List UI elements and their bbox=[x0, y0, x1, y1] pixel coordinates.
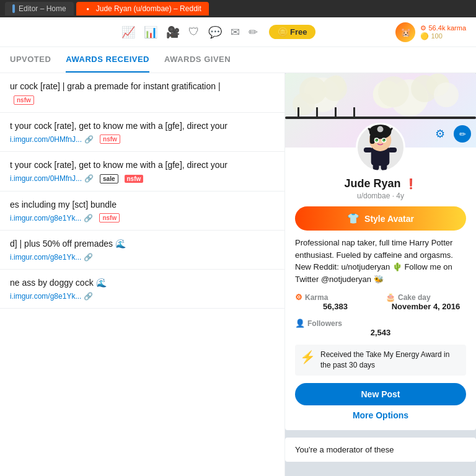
profile-stats: ⚙ Karma 56,383 🎂 Cake day November 4, 20… bbox=[295, 293, 466, 311]
tab-bar: UPVOTED AWARDS RECEIVED AWARDS GIVEN bbox=[0, 47, 476, 73]
coin-icon: 🪙 bbox=[278, 27, 288, 37]
svg-point-4 bbox=[411, 75, 438, 102]
post-link[interactable]: i.imgur.com/0HMfnJ... bbox=[10, 135, 82, 144]
trending-icon[interactable]: 📈 bbox=[121, 25, 135, 39]
tab-upvoted[interactable]: UPVOTED bbox=[10, 47, 51, 73]
post-meta: i.imgur.com/g8e1Yk... 🔗 nsfw bbox=[10, 213, 275, 223]
external-link-icon[interactable]: 🔗 bbox=[84, 253, 93, 262]
svg-point-21 bbox=[375, 139, 378, 142]
profile-body: Jude Ryan ❗ u/dombae · 4y 👕 Style Avatar… bbox=[285, 172, 476, 430]
award-icon: ⚡ bbox=[300, 350, 315, 364]
post-title: es including my [sct] bundle bbox=[10, 199, 275, 211]
post-title: ne ass by doggy cock 🌊 bbox=[10, 277, 275, 289]
post-meta: i.imgur.com/g8e1Yk... 🔗 bbox=[10, 292, 275, 301]
reddit-navbar: 📈 📊 🎥 🛡 💬 ✉ ✏ 🪙 Free 🐹 ⚙ 56.4k karma 🟡 1… bbox=[0, 17, 476, 47]
post-item: d] | plus 50% off premades 🌊 i.imgur.com… bbox=[0, 231, 284, 270]
free-button[interactable]: 🪙 Free bbox=[269, 25, 315, 39]
post-item: t your cock [rate], get to know me with … bbox=[0, 113, 284, 152]
karma-value: 56.4k karma bbox=[428, 24, 466, 32]
browser-tab-right[interactable]: ● Jude Ryan (u/dombae) – Reddit bbox=[76, 2, 209, 15]
nav-icons: 📈 📊 🎥 🛡 💬 ✉ ✏ 🪙 Free bbox=[121, 25, 315, 39]
followers-label: 👤 Followers bbox=[295, 319, 466, 328]
external-link-icon[interactable]: 🔗 bbox=[84, 214, 93, 223]
svg-point-23 bbox=[377, 139, 378, 140]
profile-panel: ⚙ ✏ bbox=[285, 73, 476, 476]
award-text: Received the Take My Energy Award in the… bbox=[320, 350, 461, 371]
karma-stat-icon: ⚙ bbox=[295, 293, 302, 302]
people-icon: 👤 bbox=[295, 319, 305, 328]
video-icon[interactable]: 🎥 bbox=[166, 25, 180, 39]
nsfw-badge: nsfw bbox=[100, 134, 120, 144]
user-avatar-small[interactable]: 🐹 bbox=[395, 22, 415, 42]
style-avatar-button[interactable]: 👕 Style Avatar bbox=[295, 206, 466, 231]
nsfw-badge: nsfw bbox=[99, 213, 120, 223]
svg-rect-8 bbox=[285, 117, 476, 119]
svg-rect-11 bbox=[335, 107, 337, 118]
post-meta: nsfw bbox=[10, 95, 275, 105]
tab-awards-received[interactable]: AWARDS RECEIVED bbox=[66, 47, 149, 73]
svg-rect-10 bbox=[316, 107, 318, 118]
cakeday-label: 🎂 Cake day bbox=[386, 293, 466, 302]
karma-icon: ⚙ bbox=[420, 24, 426, 32]
external-link-icon[interactable]: 🔗 bbox=[84, 174, 94, 183]
award-notice: ⚡ Received the Take My Energy Award in t… bbox=[295, 345, 466, 376]
svg-point-22 bbox=[382, 139, 386, 142]
user-details: ⚙ 56.4k karma 🟡 100 bbox=[420, 24, 466, 40]
svg-rect-27 bbox=[364, 148, 372, 152]
more-options-button[interactable]: More Options bbox=[295, 410, 466, 420]
svg-rect-28 bbox=[388, 148, 397, 152]
svg-point-6 bbox=[434, 82, 459, 107]
karma-info: ⚙ 56.4k karma bbox=[420, 24, 466, 32]
svg-rect-26 bbox=[381, 164, 387, 171]
mail-icon[interactable]: ✉ bbox=[231, 25, 240, 39]
post-link[interactable]: i.imgur.com/0HMfnJ... bbox=[10, 174, 82, 183]
browser-tab-left[interactable]: Editor – Home bbox=[5, 2, 74, 15]
profile-avatar bbox=[356, 123, 405, 172]
sale-badge: sale bbox=[100, 174, 118, 183]
new-post-button[interactable]: New Post bbox=[295, 383, 466, 405]
posts-panel: ur cock [rate] | grab a premade for inst… bbox=[0, 73, 285, 476]
chat-icon[interactable]: 💬 bbox=[208, 25, 222, 39]
svg-point-5 bbox=[378, 76, 409, 107]
post-link[interactable]: i.imgur.com/g8e1Yk... bbox=[10, 214, 81, 223]
nsfw-badge-filled: nsfw bbox=[125, 175, 144, 183]
tab-awards-given[interactable]: AWARDS GIVEN bbox=[164, 47, 231, 73]
post-title: d] | plus 50% off premades 🌊 bbox=[10, 238, 275, 250]
coin-circle-icon: 🟡 bbox=[420, 32, 429, 40]
post-link[interactable]: i.imgur.com/g8e1Yk... bbox=[10, 292, 81, 301]
shirt-icon: 👕 bbox=[347, 213, 359, 224]
chart-icon[interactable]: 📊 bbox=[144, 25, 157, 39]
edit-icon[interactable]: ✏ bbox=[249, 25, 258, 39]
browser-bar: Editor – Home ● Jude Ryan (u/dombae) – R… bbox=[0, 0, 476, 17]
post-item: ur cock [rate] | grab a premade for inst… bbox=[0, 73, 284, 113]
main-layout: ur cock [rate] | grab a premade for inst… bbox=[0, 73, 476, 476]
karma-stat: ⚙ Karma 56,383 bbox=[295, 293, 376, 311]
karma-label: ⚙ Karma bbox=[295, 293, 376, 302]
karma-stat-value: 56,383 bbox=[295, 302, 376, 311]
post-item: ne ass by doggy cock 🌊 i.imgur.com/g8e1Y… bbox=[0, 270, 284, 309]
free-label: Free bbox=[290, 27, 307, 37]
followers-section: 👤 Followers 2,543 bbox=[295, 319, 466, 337]
nsfw-badge: nsfw bbox=[14, 95, 34, 105]
name-text: Jude Ryan bbox=[344, 177, 400, 190]
post-link[interactable]: i.imgur.com/g8e1Yk... bbox=[10, 253, 81, 262]
shield-icon[interactable]: 🛡 bbox=[188, 25, 200, 38]
tab-right-label: Jude Ryan (u/dombae) – Reddit bbox=[96, 4, 201, 13]
svg-rect-12 bbox=[353, 107, 355, 118]
style-avatar-label: Style Avatar bbox=[364, 214, 414, 224]
profile-avatar-wrapper bbox=[285, 123, 476, 172]
user-info: 🐹 ⚙ 56.4k karma 🟡 100 bbox=[395, 22, 466, 42]
post-meta: i.imgur.com/g8e1Yk... 🔗 bbox=[10, 253, 275, 262]
svg-point-24 bbox=[384, 139, 385, 140]
post-item: t your cock [rate], get to know me with … bbox=[0, 152, 284, 192]
cakeday-stat-value: November 4, 2016 bbox=[386, 302, 466, 311]
external-link-icon[interactable]: 🔗 bbox=[84, 135, 94, 144]
profile-card: ⚙ ✏ bbox=[285, 73, 476, 430]
post-meta: i.imgur.com/0HMfnJ... 🔗 nsfw bbox=[10, 134, 275, 144]
post-title: t your cock [rate], get to know me with … bbox=[10, 120, 275, 133]
post-title: t your cock [rate], get to know me with … bbox=[10, 159, 275, 172]
svg-point-2 bbox=[322, 76, 347, 101]
external-link-icon[interactable]: 🔗 bbox=[84, 292, 93, 301]
svg-rect-25 bbox=[373, 164, 379, 171]
warning-icon: ❗ bbox=[405, 178, 417, 190]
